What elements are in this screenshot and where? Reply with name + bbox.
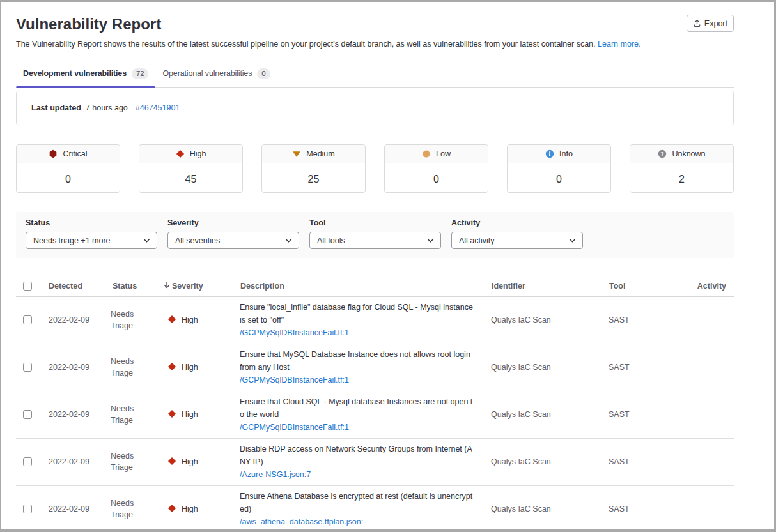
- cell-detected: 2022-02-09: [41, 485, 105, 532]
- cell-identifier: Qualys IaC Scan: [484, 391, 601, 438]
- high-diamond-icon: [167, 362, 176, 373]
- cell-severity-label: High: [182, 457, 198, 466]
- vulnerability-row[interactable]: 2022-02-09 Needs Triage High Ensure "loc…: [16, 296, 734, 344]
- cell-severity: High: [156, 296, 233, 344]
- column-header-severity[interactable]: Severity: [156, 271, 233, 296]
- tool-dropdown[interactable]: All tools: [309, 232, 441, 249]
- tool-dropdown-value: All tools: [317, 236, 345, 245]
- cell-severity-label: High: [182, 505, 198, 513]
- tab-operational-vulnerabilities[interactable]: Operational vulnerabilities 0: [155, 62, 277, 87]
- row-checkbox[interactable]: [23, 505, 32, 513]
- vulnerability-title-text[interactable]: Disable RDP access on Network Security G…: [240, 443, 474, 468]
- status-dropdown[interactable]: Needs triage +1 more: [26, 232, 157, 249]
- vulnerability-report-page: Vulnerability Report Export The Vulnerab…: [16, 13, 734, 532]
- cell-activity: [689, 344, 734, 391]
- cell-identifier: Qualys IaC Scan: [484, 344, 601, 391]
- window-frame-inner-line: [16, 3, 678, 3]
- export-upload-icon: [693, 19, 701, 27]
- severity-card-label: Medium: [306, 149, 334, 158]
- column-header-detected[interactable]: Detected: [41, 271, 105, 296]
- severity-card-low: Low 0: [384, 144, 488, 193]
- tab-development-label: Development vulnerabilities: [23, 68, 127, 79]
- filter-severity-label: Severity: [167, 219, 299, 227]
- vulnerability-row[interactable]: 2022-02-09 Needs Triage High Disable RDP…: [16, 438, 734, 485]
- cell-severity-label: High: [182, 363, 198, 372]
- column-header-identifier: Identifier: [484, 271, 601, 296]
- severity-dropdown-value: All severities: [175, 236, 220, 245]
- cell-description: Ensure Athena Database is encrypted at r…: [233, 485, 484, 532]
- active-tab-indicator: [16, 86, 155, 88]
- cell-status: Needs Triage: [105, 296, 156, 344]
- activity-dropdown[interactable]: All activity: [451, 232, 583, 249]
- svg-text:?: ?: [661, 151, 665, 157]
- vulnerability-location-link[interactable]: /Azure-NSG1.json:7: [240, 468, 484, 481]
- severity-card-medium: Medium 25: [261, 144, 366, 193]
- low-dot-icon: [422, 149, 431, 158]
- info-circle-icon: [545, 149, 554, 158]
- cell-activity: [689, 485, 734, 532]
- row-checkbox[interactable]: [23, 457, 32, 466]
- filter-tool: Tool All tools: [309, 219, 441, 258]
- cell-status: Needs Triage: [105, 391, 156, 438]
- severity-summary-cards: Critical 0 High 45 Medium 25 Low 0: [16, 144, 734, 193]
- cell-severity-label: High: [182, 315, 198, 324]
- severity-card-label: Unknown: [672, 149, 705, 158]
- chevron-down-icon: [143, 238, 150, 243]
- tab-development-vulnerabilities[interactable]: Development vulnerabilities 72: [16, 62, 155, 87]
- severity-card-label: Low: [436, 149, 451, 158]
- cell-severity: High: [156, 344, 233, 391]
- row-checkbox[interactable]: [23, 363, 32, 372]
- filter-tool-label: Tool: [309, 219, 441, 227]
- severity-card-high: High 45: [139, 144, 243, 193]
- column-header-activity: Activity: [689, 271, 734, 296]
- vulnerability-row[interactable]: 2022-02-09 Needs Triage High Ensure that…: [16, 344, 734, 391]
- tab-operational-label: Operational vulnerabilities: [162, 68, 252, 79]
- vulnerability-row[interactable]: 2022-02-09 Needs Triage High Ensure Athe…: [16, 485, 734, 532]
- medium-triangle-icon: [292, 149, 301, 158]
- vulnerability-title-text[interactable]: Ensure "local_infile" database flag for …: [240, 301, 474, 326]
- severity-card-count: 0: [17, 163, 120, 193]
- cell-identifier: Qualys IaC Scan: [484, 438, 601, 485]
- vulnerability-location-link[interactable]: /GCPMySqlDBInstanceFail.tf:1: [240, 374, 484, 386]
- last-updated-time: 7 hours ago: [86, 103, 128, 112]
- chevron-down-icon: [427, 238, 434, 243]
- filter-status-label: Status: [26, 219, 157, 227]
- page-title: Vulnerability Report: [16, 15, 161, 33]
- vulnerabilities-table: Detected Status Severity Description Ide…: [16, 271, 734, 532]
- cell-severity-label: High: [182, 410, 198, 419]
- vulnerability-title-text[interactable]: Ensure that MySQL Database Instance does…: [240, 348, 474, 374]
- severity-dropdown[interactable]: All severities: [167, 232, 299, 249]
- cell-activity: [689, 438, 734, 485]
- cell-detected: 2022-02-09: [41, 296, 105, 344]
- vulnerability-location-link[interactable]: /GCPMySqlDBInstanceFail.tf:1: [240, 421, 484, 434]
- report-tabs: Development vulnerabilities 72 Operation…: [16, 62, 734, 88]
- high-diamond-icon: [176, 149, 185, 158]
- severity-card-label: Info: [559, 149, 573, 158]
- learn-more-link[interactable]: Learn more.: [598, 40, 640, 49]
- vulnerability-title-text[interactable]: Ensure that Cloud SQL - Mysql database I…: [240, 395, 474, 421]
- chevron-down-icon: [569, 238, 576, 243]
- row-checkbox[interactable]: [23, 315, 32, 324]
- severity-card-count: 25: [262, 163, 365, 193]
- vulnerability-location-link[interactable]: /GCPMySqlDBInstanceFail.tf:1: [240, 326, 484, 339]
- column-header-description: Description: [233, 271, 484, 296]
- severity-card-unknown: ? Unknown 2: [630, 144, 734, 193]
- cell-activity: [689, 296, 734, 344]
- cell-status: Needs Triage: [105, 344, 156, 391]
- export-button[interactable]: Export: [687, 15, 734, 32]
- last-updated-label: Last updated: [31, 103, 81, 112]
- unknown-circle-icon: ?: [658, 149, 667, 158]
- column-header-status[interactable]: Status: [105, 271, 156, 296]
- vulnerability-title-text[interactable]: Ensure Athena Database is encrypted at r…: [240, 490, 474, 515]
- high-diamond-icon: [167, 457, 176, 467]
- pipeline-link[interactable]: #467451901: [136, 103, 180, 112]
- select-all-checkbox[interactable]: [23, 282, 32, 291]
- cell-identifier: Qualys IaC Scan: [484, 296, 601, 344]
- vulnerability-location-link[interactable]: /aws_athena_database.tfplan.json:-: [240, 515, 484, 528]
- severity-card-count: 0: [385, 163, 488, 193]
- cell-tool: SAST: [601, 344, 689, 391]
- cell-description: Disable RDP access on Network Security G…: [233, 438, 484, 485]
- row-checkbox[interactable]: [23, 410, 32, 419]
- severity-card-info: Info 0: [507, 144, 611, 193]
- vulnerability-row[interactable]: 2022-02-09 Needs Triage High Ensure that…: [16, 391, 734, 438]
